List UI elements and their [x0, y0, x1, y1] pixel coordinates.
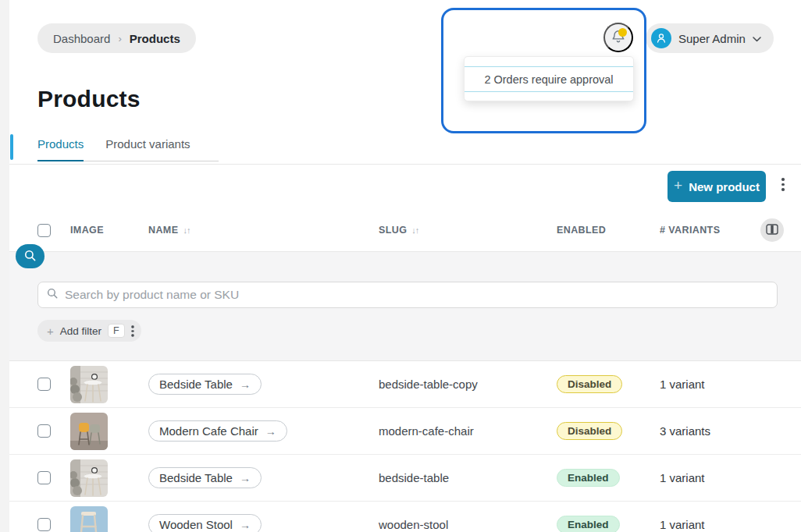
- product-slug: wooden-stool: [379, 518, 557, 531]
- table-row[interactable]: Modern Cafe Chair → modern-cafe-chair Di…: [0, 408, 801, 455]
- new-product-button[interactable]: + New product: [668, 171, 766, 202]
- breadcrumb: Dashboard › Products: [37, 23, 196, 53]
- variant-count: 1 variant: [660, 471, 742, 484]
- tab-products[interactable]: Products: [37, 137, 94, 161]
- arrow-right-icon: →: [265, 425, 276, 438]
- column-header-slug-label: SLUG: [379, 225, 407, 236]
- column-header-image[interactable]: IMAGE: [70, 225, 148, 236]
- column-header-enabled[interactable]: ENABLED: [557, 225, 660, 236]
- arrow-right-icon: →: [240, 378, 251, 391]
- product-name-label: Bedside Table: [159, 471, 233, 484]
- status-badge: Enabled: [557, 516, 620, 532]
- products-admin-page: Dashboard › Products 2 Orders require ap…: [0, 0, 801, 532]
- notification-popup: 2 Orders require approval: [464, 56, 634, 101]
- user-menu[interactable]: Super Admin: [646, 23, 774, 53]
- plus-icon: +: [47, 325, 54, 338]
- breadcrumb-separator-icon: ›: [118, 33, 121, 44]
- column-header-name[interactable]: NAME ↓↑: [148, 225, 379, 236]
- search-icon: [46, 287, 59, 303]
- tab-bar: Products Product variants: [37, 137, 219, 161]
- product-name-label: Bedside Table: [159, 378, 233, 391]
- new-product-label: New product: [689, 180, 760, 193]
- arrow-right-icon: →: [240, 519, 251, 531]
- product-image: [70, 413, 108, 450]
- plus-icon: +: [674, 177, 682, 194]
- arrow-right-icon: →: [240, 472, 251, 484]
- collapsed-sidebar-strip: [0, 0, 9, 532]
- row-checkbox[interactable]: [37, 518, 51, 531]
- product-name-link[interactable]: Bedside Table →: [148, 467, 262, 488]
- product-name-link[interactable]: Bedside Table →: [148, 374, 262, 395]
- sort-icon[interactable]: ↓↑: [411, 225, 418, 235]
- status-badge: Enabled: [557, 469, 620, 487]
- product-name-label: Wooden Stool: [159, 518, 233, 531]
- select-all-checkbox[interactable]: [37, 224, 51, 237]
- variant-count: 3 variants: [660, 424, 742, 438]
- product-name-link[interactable]: Modern Cafe Chair →: [148, 420, 287, 442]
- search-icon: [23, 249, 37, 264]
- user-avatar-icon: [651, 28, 671, 48]
- product-slug: bedside-table: [379, 471, 557, 484]
- product-image: [70, 459, 108, 497]
- row-checkbox[interactable]: [37, 424, 51, 438]
- add-filter-label: Add filter: [60, 325, 101, 337]
- product-table-body: Bedside Table → bedside-table-copy Disab…: [0, 361, 801, 532]
- status-badge: Disabled: [557, 375, 622, 393]
- columns-icon: [766, 224, 778, 237]
- column-settings-button[interactable]: [760, 218, 784, 242]
- tabs-divider: [0, 164, 801, 165]
- notification-badge-dot: [618, 28, 627, 37]
- sort-icon[interactable]: ↓↑: [183, 225, 190, 235]
- filter-kebab-menu-icon[interactable]: [131, 325, 134, 336]
- page-title: Products: [37, 86, 141, 112]
- chevron-down-icon: [753, 31, 761, 45]
- variant-count: 1 variant: [660, 378, 742, 391]
- add-filter-button[interactable]: + Add filter F: [37, 320, 141, 342]
- search-input[interactable]: [65, 288, 769, 302]
- filter-section: + Add filter F: [0, 251, 801, 361]
- search-bar[interactable]: [37, 282, 778, 308]
- table-header-row: IMAGE NAME ↓↑ SLUG ↓↑ ENABLED # VARIANTS: [0, 209, 801, 251]
- tab-product-variants[interactable]: Product variants: [94, 137, 201, 161]
- table-row[interactable]: Wooden Stool → wooden-stool Enabled 1 va…: [0, 502, 801, 532]
- table-row[interactable]: Bedside Table → bedside-table Enabled 1 …: [0, 455, 801, 502]
- product-name-link[interactable]: Wooden Stool →: [148, 514, 262, 532]
- column-header-variants[interactable]: # VARIANTS: [660, 225, 742, 236]
- column-header-slug[interactable]: SLUG ↓↑: [379, 225, 557, 236]
- breadcrumb-dashboard[interactable]: Dashboard: [53, 32, 110, 45]
- status-badge: Disabled: [557, 422, 622, 440]
- table-row[interactable]: Bedside Table → bedside-table-copy Disab…: [0, 361, 801, 408]
- column-header-name-label: NAME: [148, 225, 178, 236]
- toolbar-kebab-menu-icon[interactable]: [781, 178, 785, 191]
- breadcrumb-products[interactable]: Products: [130, 32, 180, 45]
- row-checkbox[interactable]: [37, 471, 51, 484]
- keyboard-shortcut-badge: F: [108, 324, 125, 338]
- user-name-label: Super Admin: [678, 32, 746, 45]
- product-name-label: Modern Cafe Chair: [159, 424, 258, 438]
- notifications-button[interactable]: [603, 23, 633, 52]
- variant-count: 1 variant: [660, 518, 742, 531]
- product-slug: bedside-table-copy: [379, 378, 557, 391]
- product-image: [70, 366, 108, 403]
- product-image: [70, 506, 108, 532]
- scroll-indicator[interactable]: [10, 134, 13, 160]
- row-checkbox[interactable]: [37, 378, 51, 391]
- notification-popup-item[interactable]: 2 Orders require approval: [465, 66, 633, 92]
- search-fab-button[interactable]: [16, 244, 44, 268]
- product-slug: modern-cafe-chair: [379, 424, 557, 438]
